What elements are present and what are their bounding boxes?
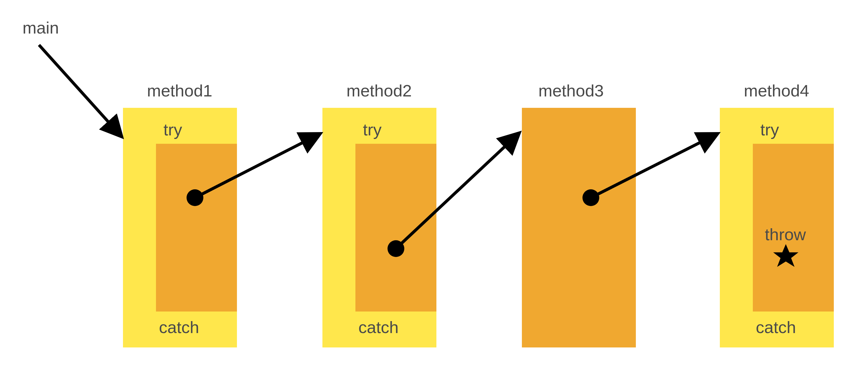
method4-try-label: try [760,120,779,139]
method2-try-block [355,144,436,311]
method2-box: try catch [322,108,436,347]
method1-try-block [156,144,237,311]
exception-flow-diagram: main method1 try catch method2 try catch… [0,0,868,375]
arrow-main-to-method1 [39,45,120,135]
method2-catch-label: catch [359,317,399,337]
method4-catch-label: catch [756,317,796,337]
method1-try-label: try [163,120,182,139]
method4-box: try throw catch [720,108,834,347]
method1-title: method1 [147,81,212,100]
method4-throw-label: throw [765,225,806,244]
method3-box [522,108,636,347]
method2-title: method2 [346,81,412,100]
method3-title: method3 [538,81,604,100]
method4-title: method4 [744,81,809,100]
method1-box: try catch [123,108,237,347]
method1-catch-label: catch [159,317,199,337]
method2-try-label: try [363,120,381,139]
main-label: main [23,18,59,37]
